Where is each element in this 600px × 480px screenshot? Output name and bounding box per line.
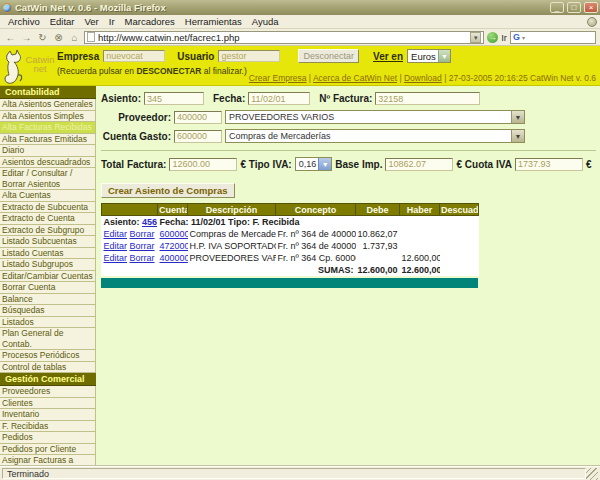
- cuenta-gasto-dropdown-icon[interactable]: ▼: [511, 130, 524, 142]
- sidebar-item-diario[interactable]: Diario: [0, 145, 96, 157]
- header-link-download[interactable]: Download: [404, 73, 442, 83]
- delete-link[interactable]: Borrar: [130, 241, 155, 251]
- search-engine-dropdown-icon[interactable]: ▾: [522, 34, 525, 41]
- empresa-label: Empresa: [57, 51, 99, 62]
- table-footer-bar: [101, 278, 478, 288]
- sidebar-item-extracto-de-cuenta[interactable]: Extracto de Cuenta: [0, 213, 96, 225]
- resize-grip[interactable]: [586, 468, 598, 480]
- table-row: Editar Borrar472000H.P. IVA SOPORTADOFr.…: [102, 240, 479, 252]
- tipo-iva-dropdown-icon[interactable]: ▼: [318, 158, 331, 170]
- sidebar-item-alta-asientos-simples[interactable]: Alta Asientos Simples: [0, 111, 96, 123]
- disconnect-button[interactable]: Desconectar: [298, 49, 359, 63]
- tipo-iva-select[interactable]: 0,16 ▼: [295, 157, 333, 171]
- sidebar-item-balance[interactable]: Balance: [0, 294, 96, 306]
- concepto-cell: Fr. nº 364 Cp. 600000: [276, 252, 356, 264]
- google-icon[interactable]: G: [513, 32, 520, 42]
- sidebar-item-editar-consultar-borrar-asientos[interactable]: Editar / Consultar / Borrar Asientos: [0, 168, 96, 190]
- create-entry-button[interactable]: Crear Asiento de Compras: [101, 183, 235, 198]
- edit-link[interactable]: Editar: [104, 229, 128, 239]
- main-panel: Asiento: Fecha: Nº Factura: Proveedor: P…: [96, 86, 600, 288]
- cuenta-link[interactable]: 400000: [160, 253, 188, 263]
- row-actions-cell: Editar Borrar: [102, 240, 158, 252]
- proveedor-row: Proveedor: PROVEEDORES VARIOS ▼: [101, 110, 596, 124]
- sidebar-item-extracto-de-subgrupo[interactable]: Extracto de Subgrupo: [0, 225, 96, 237]
- menu-ayuda[interactable]: Ayuda: [247, 15, 284, 28]
- base-imp-input[interactable]: [385, 158, 453, 171]
- sidebar-item-procesos-peri-dicos[interactable]: Procesos Periódicos: [0, 350, 96, 362]
- forward-icon[interactable]: →: [20, 31, 33, 44]
- menu-editar[interactable]: Editar: [45, 15, 80, 28]
- sidebar-item-borrar-cuenta[interactable]: Borrar Cuenta: [0, 282, 96, 294]
- maximize-button[interactable]: □: [567, 2, 581, 13]
- sidebar-item-alta-asientos-generales[interactable]: Alta Asientos Generales: [0, 99, 96, 111]
- proveedor-dropdown-icon[interactable]: ▼: [511, 111, 524, 123]
- header-link-crear-empresa[interactable]: Crear Empresa: [249, 73, 307, 83]
- url-input[interactable]: [98, 32, 467, 43]
- sidebar-item-control-de-tablas[interactable]: Control de tablas: [0, 362, 96, 374]
- delete-link[interactable]: Borrar: [130, 253, 155, 263]
- go-button[interactable]: Ir: [501, 32, 507, 43]
- sidebar-item-pedidos[interactable]: Pedidos: [0, 432, 96, 444]
- cuenta-link[interactable]: 472000: [160, 241, 188, 251]
- tipo-iva-label: € Tipo IVA:: [240, 159, 291, 170]
- sidebar-item-listados[interactable]: Listados: [0, 317, 96, 329]
- sidebar-item-editar-cambiar-cuentas[interactable]: Editar/Cambiar Cuentas: [0, 271, 96, 283]
- sidebar-item-listado-subcuentas[interactable]: Listado Subcuentas: [0, 236, 96, 248]
- reload-icon[interactable]: ↻: [36, 31, 49, 44]
- fecha-input[interactable]: [248, 92, 310, 105]
- empresa-input[interactable]: [103, 50, 165, 62]
- go-icon[interactable]: →: [487, 32, 498, 43]
- menu-ir[interactable]: Ir: [104, 15, 120, 28]
- stop-icon[interactable]: ⊗: [52, 31, 65, 44]
- menu-marcadores[interactable]: Marcadores: [120, 15, 180, 28]
- form-divider: [101, 150, 596, 151]
- num-factura-input[interactable]: [375, 92, 480, 105]
- proveedor-code-input[interactable]: [174, 111, 222, 124]
- ver-en-link[interactable]: Ver en: [373, 51, 403, 62]
- sidebar-item-b-squedas[interactable]: Búsquedas: [0, 305, 96, 317]
- sidebar-item-alta-facturas-emitidas[interactable]: Alta Facturas Emitidas: [0, 134, 96, 146]
- session-form: Empresa Usuario Desconectar Ver en Euros…: [57, 49, 451, 63]
- sidebar-item-f-recibidas[interactable]: F. Recibidas: [0, 421, 96, 433]
- sidebar-item-inventario[interactable]: Inventario: [0, 409, 96, 421]
- sidebar-item-alta-facturas-recibidas[interactable]: Alta Facturas Recibidas: [0, 122, 96, 134]
- sidebar-item-pedidos-por-cliente[interactable]: Pedidos por Cliente: [0, 444, 96, 456]
- menu-ver[interactable]: Ver: [80, 15, 104, 28]
- sidebar-item-listado-subgrupos[interactable]: Listado Subgrupos: [0, 259, 96, 271]
- asiento-input[interactable]: [144, 92, 204, 105]
- sidebar-item-listado-cuentas[interactable]: Listado Cuentas: [0, 248, 96, 260]
- sidebar-item-plan-general-de-contab[interactable]: Plan General de Contab.: [0, 328, 96, 350]
- back-icon[interactable]: ←: [4, 31, 17, 44]
- sidebar-item-alta-cuentas[interactable]: Alta Cuentas: [0, 190, 96, 202]
- currency-select[interactable]: Euros ▼: [407, 49, 451, 63]
- home-icon[interactable]: ⌂: [68, 31, 81, 44]
- usuario-input[interactable]: [218, 50, 280, 62]
- link-separator: |: [397, 73, 404, 83]
- header-link-acerca-de-catwin-net[interactable]: Acerca de CatWin Net: [313, 73, 397, 83]
- delete-link[interactable]: Borrar: [130, 229, 155, 239]
- proveedor-select[interactable]: PROVEEDORES VARIOS ▼: [225, 110, 525, 124]
- edit-link[interactable]: Editar: [104, 241, 128, 251]
- currency-dropdown-icon[interactable]: ▼: [438, 50, 450, 62]
- minimize-button[interactable]: _: [550, 2, 564, 13]
- url-dropdown-icon[interactable]: ▾: [470, 32, 481, 43]
- window-title: CatWin Net v. 0.6 - Mozilla Firefox: [15, 2, 547, 13]
- sidebar-item-clientes[interactable]: Clientes: [0, 398, 96, 410]
- edit-link[interactable]: Editar: [104, 253, 128, 263]
- base-imp-label: Base Imp.: [335, 159, 382, 170]
- close-button[interactable]: ×: [584, 2, 598, 13]
- menu-herramientas[interactable]: Herramientas: [180, 15, 247, 28]
- menu-archivo[interactable]: Archivo: [3, 15, 45, 28]
- sidebar-item-proveedores[interactable]: Proveedores: [0, 386, 96, 398]
- cuota-iva-input[interactable]: [515, 158, 583, 171]
- cuenta-link[interactable]: 600000: [160, 229, 188, 239]
- total-factura-input[interactable]: [169, 158, 237, 171]
- sidebar-item-asientos-descuadrados[interactable]: Asientos descuadrados: [0, 157, 96, 169]
- entry-asiento-link[interactable]: 456: [142, 217, 157, 227]
- haber-cell: [400, 228, 440, 240]
- cuenta-gasto-select[interactable]: Compras de Mercaderías ▼: [225, 129, 525, 143]
- search-input[interactable]: [527, 32, 600, 43]
- sidebar-item-extracto-de-subcuenta[interactable]: Extracto de Subcuenta: [0, 202, 96, 214]
- invoice-header-row: Asiento: Fecha: Nº Factura:: [101, 92, 596, 105]
- cuenta-gasto-code-input[interactable]: [174, 130, 222, 143]
